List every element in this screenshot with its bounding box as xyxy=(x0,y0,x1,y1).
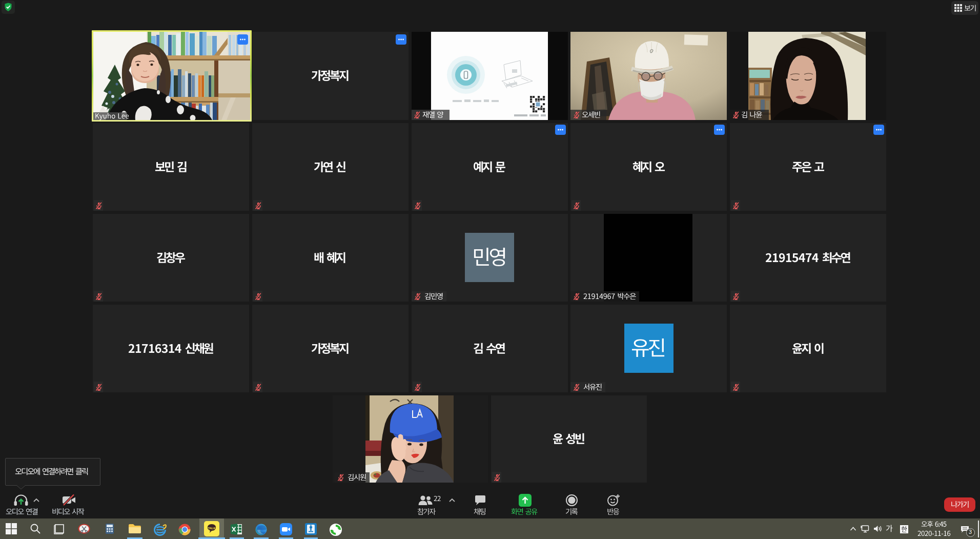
svg-text:TALK: TALK xyxy=(208,527,215,530)
